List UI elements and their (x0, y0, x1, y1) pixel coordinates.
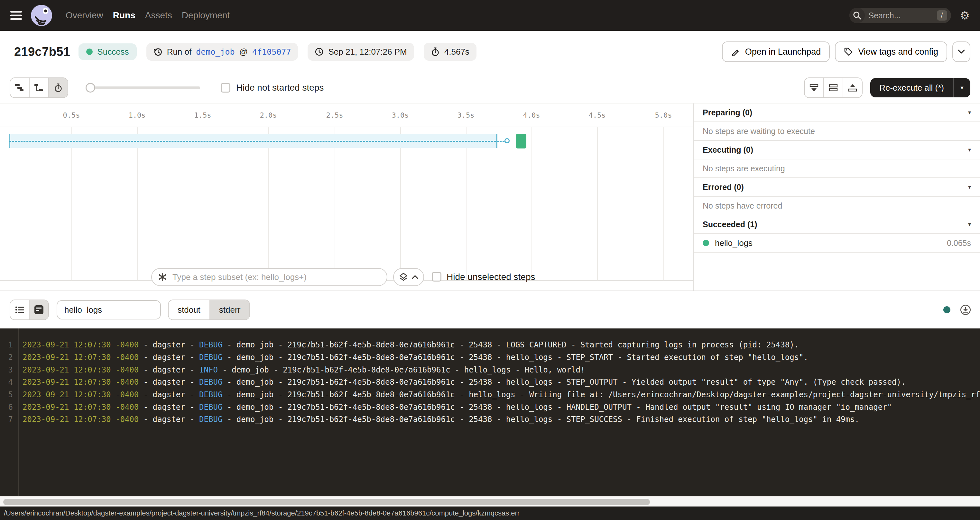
success-dot-icon (86, 49, 93, 55)
search-input[interactable] (867, 10, 929, 21)
collapse-down-panel-button[interactable] (805, 78, 824, 97)
horizontal-scrollbar[interactable] (0, 496, 980, 506)
hamburger-menu-icon[interactable] (10, 11, 22, 20)
gantt-chart-region: 0.5s 1.0s 1.5s 2.0s 2.5s 3.0s 3.5s 4.0s … (0, 103, 980, 291)
section-executing[interactable]: Executing (0) ▾ (694, 141, 980, 159)
reexecute-all-label: Re-execute all (*) (870, 83, 953, 93)
open-in-launchpad-button[interactable]: Open in Launchpad (722, 41, 830, 62)
tab-stdout[interactable]: stdout (169, 300, 210, 319)
chevron-down-icon[interactable]: ▾ (968, 146, 971, 153)
gantt-step-bar-hello-logs[interactable] (516, 134, 527, 149)
axis-tick: 2.5s (326, 111, 343, 119)
log-viewer[interactable]: 1 2023-09-21 12:07:30 -0400 - dagster - … (0, 328, 980, 496)
expand-up-panel-button[interactable] (843, 78, 862, 97)
log-toolbar-right (943, 304, 971, 315)
open-in-launchpad-label: Open in Launchpad (745, 47, 821, 57)
slider-thumb[interactable] (86, 83, 95, 93)
gantt-flat-view-button[interactable] (10, 78, 30, 97)
run-id-title: 219c7b51 (14, 45, 70, 59)
nav-tab-assets[interactable]: Assets (145, 10, 172, 21)
search-shortcut-badge: / (937, 10, 947, 21)
log-line[interactable]: 3 2023-09-21 12:07:30 -0400 - dagster - … (0, 363, 980, 376)
scrollbar-thumb[interactable] (3, 499, 650, 505)
gantt-canvas[interactable]: 0.5s 1.0s 1.5s 2.0s 2.5s 3.0s 3.5s 4.0s … (0, 103, 693, 291)
chevron-down-icon (958, 49, 965, 54)
hide-not-started-label[interactable]: Hide not started steps (236, 82, 324, 93)
graph-query-toggle-button[interactable] (393, 268, 424, 286)
job-name-link[interactable]: demo_job (196, 47, 235, 57)
dagster-logo[interactable] (31, 5, 52, 26)
line-number: 4 (0, 377, 13, 387)
split-panels-button[interactable] (824, 78, 843, 97)
log-line[interactable]: 5 2023-09-21 12:07:30 -0400 - dagster - … (0, 388, 980, 401)
top-nav: Overview Runs Assets Deployment / ⚙ (0, 0, 980, 31)
chevron-down-icon[interactable]: ▾ (968, 109, 971, 116)
gear-icon[interactable]: ⚙ (960, 10, 970, 21)
hide-unselected-label[interactable]: Hide unselected steps (447, 272, 535, 282)
axis-tick: 3.5s (458, 111, 474, 119)
hide-not-started-checkbox[interactable] (221, 83, 231, 93)
section-errored[interactable]: Errored (0) ▾ (694, 178, 980, 197)
nav-tab-overview[interactable]: Overview (66, 10, 103, 21)
timestamp-tag: Sep 21, 12:07:26 PM (307, 43, 414, 61)
log-line[interactable]: 2 2023-09-21 12:07:30 -0400 - dagster - … (0, 351, 980, 364)
tag-icon (844, 47, 853, 56)
hide-unselected-checkbox[interactable] (432, 272, 441, 282)
log-view-mode-group (10, 300, 49, 320)
log-line[interactable]: 7 2023-09-21 12:07:30 -0400 - dagster - … (0, 413, 980, 426)
panel-split-group (804, 78, 862, 98)
view-tags-config-button[interactable]: View tags and config (835, 41, 947, 62)
gridline (663, 127, 664, 280)
gridline (268, 127, 269, 280)
log-file-path: /Users/erincochran/Desktop/dagster-examp… (4, 509, 520, 517)
gantt-toolbar: Hide not started steps Re-execute all (*… (0, 73, 980, 103)
nav-tab-runs[interactable]: Runs (113, 10, 135, 21)
gridline (203, 127, 203, 280)
nav-tab-deployment[interactable]: Deployment (182, 10, 230, 21)
axis-tick: 3.0s (392, 111, 409, 119)
caption-text: No steps are executing (703, 164, 785, 173)
live-indicator-dot (943, 306, 950, 313)
slider-track[interactable] (86, 86, 200, 89)
gantt-timed-view-button[interactable] (49, 78, 68, 97)
nav-right: / ⚙ (850, 8, 980, 23)
succeeded-step-row[interactable]: hello_logs 0.065s (694, 234, 980, 253)
clock-icon (315, 47, 324, 56)
section-succeeded[interactable]: Succeeded (1) ▾ (694, 215, 980, 234)
download-log-icon[interactable] (960, 304, 971, 315)
gantt-waterfall-view-button[interactable] (30, 78, 49, 97)
layers-icon (399, 273, 408, 282)
chevron-down-icon[interactable]: ▾ (968, 221, 971, 228)
caption-text: No steps are waiting to execute (703, 127, 815, 136)
section-preparing-caption: No steps are waiting to execute (694, 122, 980, 141)
structured-log-view-button[interactable] (10, 300, 30, 319)
gridline (137, 127, 138, 280)
waiting-band-end-line (496, 134, 497, 148)
chevron-up-icon (412, 275, 418, 279)
chevron-down-icon[interactable]: ▾ (968, 184, 971, 190)
run-of-tag: Run of demo_job @ 4f105077 (146, 43, 298, 61)
log-line[interactable]: 6 2023-09-21 12:07:30 -0400 - dagster - … (0, 401, 980, 413)
section-title: Executing (0) (703, 145, 753, 155)
log-filter-input[interactable] (57, 300, 161, 319)
raw-log-view-button[interactable] (30, 300, 48, 319)
gantt-zoom-slider[interactable] (86, 83, 200, 93)
nav-tabs: Overview Runs Assets Deployment (66, 10, 230, 21)
section-preparing[interactable]: Preparing (0) ▾ (694, 103, 980, 122)
section-title: Succeeded (1) (703, 220, 757, 229)
section-errored-caption: No steps have errored (694, 197, 980, 215)
global-search[interactable]: / (850, 8, 951, 23)
reexecute-dropdown-caret[interactable]: ▾ (953, 78, 970, 97)
commit-link[interactable]: 4f105077 (252, 47, 291, 57)
pencil-icon (731, 47, 740, 56)
timestamp-label: Sep 21, 12:07:26 PM (328, 47, 407, 57)
step-subset-input[interactable] (171, 271, 380, 283)
axis-tick: 1.5s (194, 111, 212, 119)
reexecute-all-button[interactable]: Re-execute all (*) ▾ (870, 78, 970, 97)
step-name-link[interactable]: hello_logs (715, 238, 752, 248)
log-line[interactable]: 4 2023-09-21 12:07:30 -0400 - dagster - … (0, 376, 980, 388)
step-start-marker (504, 138, 510, 143)
run-actions-dropdown-button[interactable] (952, 41, 970, 62)
tab-stderr[interactable]: stderr (210, 300, 249, 319)
log-line[interactable]: 1 2023-09-21 12:07:30 -0400 - dagster - … (0, 339, 980, 351)
